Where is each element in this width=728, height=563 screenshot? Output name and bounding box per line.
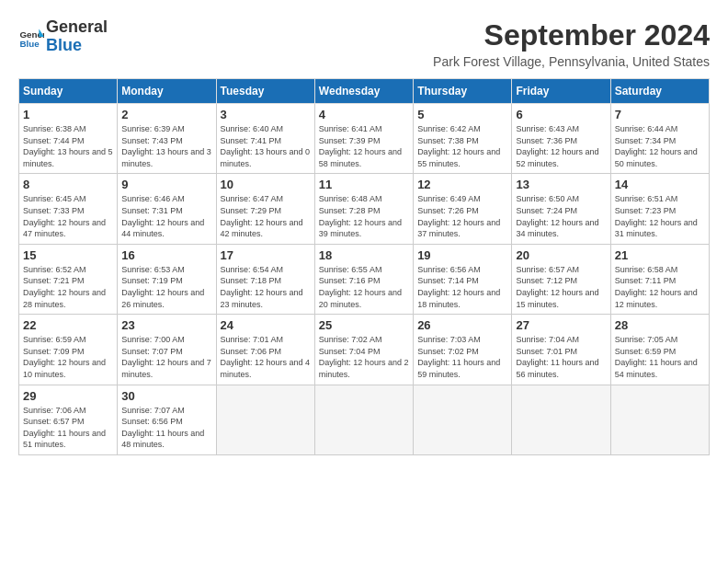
- day-info: Sunrise: 6:57 AMSunset: 7:12 PMDaylight:…: [516, 264, 606, 310]
- day-cell: 10Sunrise: 6:47 AMSunset: 7:29 PMDayligh…: [216, 174, 314, 244]
- day-number: 29: [23, 389, 113, 403]
- title-area: September 2024 Park Forest Village, Penn…: [433, 18, 710, 69]
- day-cell: 17Sunrise: 6:54 AMSunset: 7:18 PMDayligh…: [216, 244, 314, 314]
- day-number: 10: [221, 178, 311, 191]
- day-number: 9: [121, 178, 211, 191]
- day-cell: 13Sunrise: 6:50 AMSunset: 7:24 PMDayligh…: [512, 174, 610, 244]
- day-number: 25: [319, 318, 409, 332]
- day-cell: 23Sunrise: 7:00 AMSunset: 7:07 PMDayligh…: [118, 315, 216, 385]
- day-number: 14: [615, 178, 705, 191]
- day-info: Sunrise: 6:52 AMSunset: 7:21 PMDaylight:…: [23, 264, 113, 310]
- day-info: Sunrise: 6:46 AMSunset: 7:31 PMDaylight:…: [121, 193, 211, 239]
- day-info: Sunrise: 6:55 AMSunset: 7:16 PMDaylight:…: [319, 264, 409, 310]
- day-cell: 9Sunrise: 6:46 AMSunset: 7:31 PMDaylight…: [118, 174, 216, 244]
- day-info: Sunrise: 6:45 AMSunset: 7:33 PMDaylight:…: [23, 193, 113, 239]
- day-cell: 5Sunrise: 6:42 AMSunset: 7:38 PMDaylight…: [414, 104, 512, 174]
- day-number: 28: [615, 318, 705, 332]
- week-row-2: 8Sunrise: 6:45 AMSunset: 7:33 PMDaylight…: [19, 174, 710, 244]
- day-cell: 4Sunrise: 6:41 AMSunset: 7:39 PMDaylight…: [314, 104, 413, 174]
- day-cell: 16Sunrise: 6:53 AMSunset: 7:19 PMDayligh…: [118, 244, 216, 314]
- day-header-thursday: Thursday: [414, 79, 512, 104]
- day-number: 7: [615, 108, 705, 121]
- day-info: Sunrise: 7:05 AMSunset: 6:59 PMDaylight:…: [615, 334, 705, 380]
- day-cell: 7Sunrise: 6:44 AMSunset: 7:34 PMDaylight…: [610, 104, 709, 174]
- week-row-3: 15Sunrise: 6:52 AMSunset: 7:21 PMDayligh…: [19, 244, 710, 314]
- day-header-friday: Friday: [512, 79, 610, 104]
- day-info: Sunrise: 6:51 AMSunset: 7:23 PMDaylight:…: [615, 193, 705, 239]
- day-info: Sunrise: 6:44 AMSunset: 7:34 PMDaylight:…: [615, 123, 705, 169]
- day-cell: 18Sunrise: 6:55 AMSunset: 7:16 PMDayligh…: [314, 244, 413, 314]
- day-info: Sunrise: 6:50 AMSunset: 7:24 PMDaylight:…: [516, 193, 606, 239]
- day-cell: 12Sunrise: 6:49 AMSunset: 7:26 PMDayligh…: [414, 174, 512, 244]
- day-number: 22: [23, 318, 113, 332]
- week-row-5: 29Sunrise: 7:06 AMSunset: 6:57 PMDayligh…: [19, 385, 710, 454]
- day-number: 11: [319, 178, 409, 191]
- day-info: Sunrise: 6:42 AMSunset: 7:38 PMDaylight:…: [417, 123, 507, 169]
- day-info: Sunrise: 6:53 AMSunset: 7:19 PMDaylight:…: [121, 264, 211, 310]
- day-number: 18: [319, 248, 409, 262]
- day-number: 20: [516, 248, 606, 262]
- header: General Blue GeneralBlue September 2024 …: [18, 18, 710, 69]
- day-number: 12: [417, 178, 507, 191]
- day-number: 17: [221, 248, 311, 262]
- day-number: 27: [516, 318, 606, 332]
- day-info: Sunrise: 6:38 AMSunset: 7:44 PMDaylight:…: [23, 123, 113, 169]
- logo-icon: General Blue: [18, 24, 44, 50]
- day-number: 3: [221, 108, 311, 121]
- day-cell: 19Sunrise: 6:56 AMSunset: 7:14 PMDayligh…: [414, 244, 512, 314]
- day-info: Sunrise: 6:41 AMSunset: 7:39 PMDaylight:…: [319, 123, 409, 169]
- day-cell: 27Sunrise: 7:04 AMSunset: 7:01 PMDayligh…: [512, 315, 610, 385]
- day-number: 5: [417, 108, 507, 121]
- day-info: Sunrise: 6:56 AMSunset: 7:14 PMDaylight:…: [417, 264, 507, 310]
- day-info: Sunrise: 6:40 AMSunset: 7:41 PMDaylight:…: [221, 123, 311, 169]
- day-info: Sunrise: 7:07 AMSunset: 6:56 PMDaylight:…: [121, 405, 211, 451]
- location-title: Park Forest Village, Pennsylvania, Unite…: [433, 54, 710, 69]
- day-info: Sunrise: 7:06 AMSunset: 6:57 PMDaylight:…: [23, 405, 113, 451]
- day-cell: 8Sunrise: 6:45 AMSunset: 7:33 PMDaylight…: [19, 174, 118, 244]
- day-header-tuesday: Tuesday: [216, 79, 314, 104]
- day-number: 1: [23, 108, 113, 121]
- day-header-saturday: Saturday: [610, 79, 709, 104]
- svg-text:Blue: Blue: [19, 39, 40, 49]
- day-cell: [314, 385, 413, 454]
- day-cell: 24Sunrise: 7:01 AMSunset: 7:06 PMDayligh…: [216, 315, 314, 385]
- day-number: 24: [221, 318, 311, 332]
- day-cell: [610, 385, 709, 454]
- day-number: 4: [319, 108, 409, 121]
- day-info: Sunrise: 7:02 AMSunset: 7:04 PMDaylight:…: [319, 334, 409, 380]
- day-cell: 1Sunrise: 6:38 AMSunset: 7:44 PMDaylight…: [19, 104, 118, 174]
- day-number: 30: [121, 389, 211, 403]
- logo-text: GeneralBlue: [46, 18, 108, 55]
- day-number: 6: [516, 108, 606, 121]
- month-title: September 2024: [433, 18, 710, 52]
- day-info: Sunrise: 6:39 AMSunset: 7:43 PMDaylight:…: [121, 123, 211, 169]
- day-cell: 15Sunrise: 6:52 AMSunset: 7:21 PMDayligh…: [19, 244, 118, 314]
- day-info: Sunrise: 6:59 AMSunset: 7:09 PMDaylight:…: [23, 334, 113, 380]
- day-cell: [512, 385, 610, 454]
- calendar-table: SundayMondayTuesdayWednesdayThursdayFrid…: [18, 78, 710, 455]
- day-info: Sunrise: 7:04 AMSunset: 7:01 PMDaylight:…: [516, 334, 606, 380]
- day-cell: 21Sunrise: 6:58 AMSunset: 7:11 PMDayligh…: [610, 244, 709, 314]
- day-info: Sunrise: 6:58 AMSunset: 7:11 PMDaylight:…: [615, 264, 705, 310]
- day-info: Sunrise: 6:43 AMSunset: 7:36 PMDaylight:…: [516, 123, 606, 169]
- day-cell: [414, 385, 512, 454]
- day-number: 19: [417, 248, 507, 262]
- day-cell: 14Sunrise: 6:51 AMSunset: 7:23 PMDayligh…: [610, 174, 709, 244]
- day-number: 21: [615, 248, 705, 262]
- day-cell: 28Sunrise: 7:05 AMSunset: 6:59 PMDayligh…: [610, 315, 709, 385]
- day-cell: 3Sunrise: 6:40 AMSunset: 7:41 PMDaylight…: [216, 104, 314, 174]
- day-number: 8: [23, 178, 113, 191]
- day-info: Sunrise: 6:49 AMSunset: 7:26 PMDaylight:…: [417, 193, 507, 239]
- day-cell: 30Sunrise: 7:07 AMSunset: 6:56 PMDayligh…: [118, 385, 216, 454]
- day-cell: 11Sunrise: 6:48 AMSunset: 7:28 PMDayligh…: [314, 174, 413, 244]
- day-cell: 26Sunrise: 7:03 AMSunset: 7:02 PMDayligh…: [414, 315, 512, 385]
- day-cell: 6Sunrise: 6:43 AMSunset: 7:36 PMDaylight…: [512, 104, 610, 174]
- day-info: Sunrise: 6:48 AMSunset: 7:28 PMDaylight:…: [319, 193, 409, 239]
- week-row-1: 1Sunrise: 6:38 AMSunset: 7:44 PMDaylight…: [19, 104, 710, 174]
- day-header-sunday: Sunday: [19, 79, 118, 104]
- calendar-header: SundayMondayTuesdayWednesdayThursdayFrid…: [19, 79, 710, 104]
- day-cell: 25Sunrise: 7:02 AMSunset: 7:04 PMDayligh…: [314, 315, 413, 385]
- day-cell: 29Sunrise: 7:06 AMSunset: 6:57 PMDayligh…: [19, 385, 118, 454]
- day-number: 13: [516, 178, 606, 191]
- day-number: 16: [121, 248, 211, 262]
